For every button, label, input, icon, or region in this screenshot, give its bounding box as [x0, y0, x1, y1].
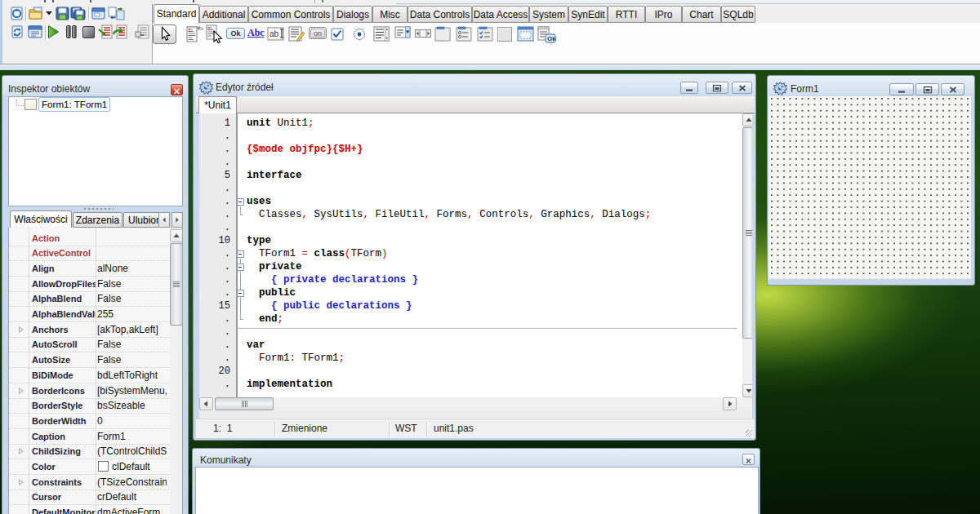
- svg-text:ab: ab: [270, 29, 279, 38]
- svg-text:Ok: Ok: [547, 35, 556, 42]
